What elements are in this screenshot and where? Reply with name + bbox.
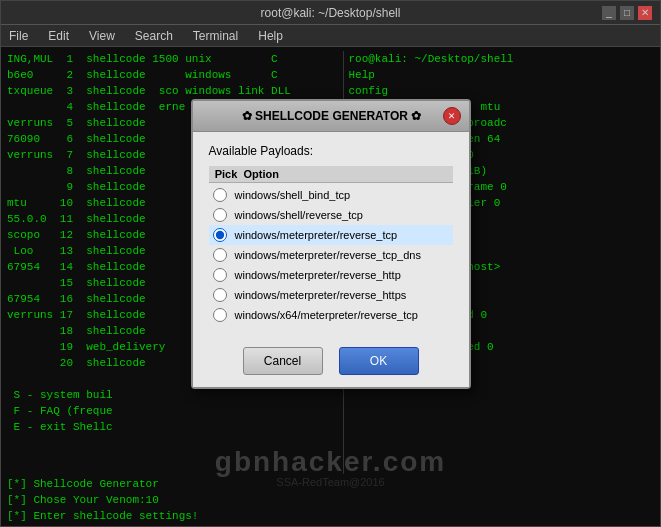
payload-label-7[interactable]: windows/x64/meterpreter/reverse_tcp (235, 309, 418, 321)
term-line: S - system buil (7, 387, 343, 403)
close-button[interactable]: ✕ (638, 6, 652, 20)
dialog-title: ✿ SHELLCODE GENERATOR ✿ (221, 109, 443, 123)
bottom-line-3: [*] Enter shellcode settings! (7, 508, 654, 524)
term-line: config (348, 83, 654, 99)
payload-row-4: windows/meterpreter/reverse_tcp_dns (209, 245, 453, 265)
cancel-button[interactable]: Cancel (243, 347, 323, 375)
maximize-button[interactable]: □ (620, 6, 634, 20)
menu-terminal[interactable]: Terminal (189, 27, 242, 45)
menu-bar: File Edit View Search Terminal Help (1, 25, 660, 47)
payload-row-5: windows/meterpreter/reverse_http (209, 265, 453, 285)
payload-radio-5[interactable] (213, 268, 227, 282)
menu-view[interactable]: View (85, 27, 119, 45)
minimize-button[interactable]: _ (602, 6, 616, 20)
term-line: Help (348, 67, 654, 83)
payload-radio-7[interactable] (213, 308, 227, 322)
payload-radio-2[interactable] (213, 208, 227, 222)
payload-label-4[interactable]: windows/meterpreter/reverse_tcp_dns (235, 249, 421, 261)
payload-label-3[interactable]: windows/meterpreter/reverse_tcp (235, 229, 398, 241)
payload-label-2[interactable]: windows/shell/reverse_tcp (235, 209, 363, 221)
payload-row-3: windows/meterpreter/reverse_tcp (209, 225, 453, 245)
payload-radio-1[interactable] (213, 188, 227, 202)
payload-row-2: windows/shell/reverse_tcp (209, 205, 453, 225)
terminal-window: root@kali: ~/Desktop/shell _ □ ✕ File Ed… (0, 0, 661, 527)
col-option-header: Option (244, 168, 453, 180)
dialog-close-button[interactable]: ✕ (443, 107, 461, 125)
payload-radio-3[interactable] (213, 228, 227, 242)
prompt-line: :-/Desktop/shell# █ (7, 524, 654, 526)
menu-file[interactable]: File (5, 27, 32, 45)
payload-label-6[interactable]: windows/meterpreter/reverse_https (235, 289, 407, 301)
col-pick-header: Pick (209, 168, 244, 180)
dialog-body: Available Payloads: Pick Option windows/… (193, 132, 469, 337)
bottom-line-1: [*] Shellcode Generator (7, 476, 654, 492)
term-line: b6e0 2 shellcode windows C DLL (7, 67, 343, 83)
term-line: F - FAQ (freque (7, 403, 343, 419)
menu-help[interactable]: Help (254, 27, 287, 45)
menu-edit[interactable]: Edit (44, 27, 73, 45)
bottom-line-2: [*] Chose Your Venom:10 (7, 492, 654, 508)
payload-row-7: windows/x64/meterpreter/reverse_tcp (209, 305, 453, 325)
bottom-lines: [*] Shellcode Generator [*] Chose Your V… (1, 474, 660, 526)
dialog-footer: Cancel OK (193, 337, 469, 387)
shellcode-dialog: ✿ SHELLCODE GENERATOR ✿ ✕ Available Payl… (191, 99, 471, 389)
window-controls: _ □ ✕ (602, 6, 652, 20)
titlebar: root@kali: ~/Desktop/shell _ □ ✕ (1, 1, 660, 25)
menu-search[interactable]: Search (131, 27, 177, 45)
payload-row-1: windows/shell_bind_tcp (209, 185, 453, 205)
dialog-titlebar: ✿ SHELLCODE GENERATOR ✿ ✕ (193, 101, 469, 132)
term-line: E - exit Shellc (7, 419, 343, 435)
payload-label-5[interactable]: windows/meterpreter/reverse_http (235, 269, 401, 281)
table-header: Pick Option (209, 166, 453, 183)
term-line: roo@kali: ~/Desktop/shell (348, 51, 654, 67)
window-title: root@kali: ~/Desktop/shell (59, 6, 602, 20)
payload-radio-4[interactable] (213, 248, 227, 262)
term-line: txqueue 3 shellcode sco windows link DLL… (7, 83, 343, 99)
ok-button[interactable]: OK (339, 347, 419, 375)
payload-radio-6[interactable] (213, 288, 227, 302)
payload-label-1[interactable]: windows/shell_bind_tcp (235, 189, 351, 201)
term-line: ING,MUL 1 shellcode 1500 unix C C (7, 51, 343, 67)
dialog-subtitle: Available Payloads: (209, 144, 453, 158)
payload-row-6: windows/meterpreter/reverse_https (209, 285, 453, 305)
